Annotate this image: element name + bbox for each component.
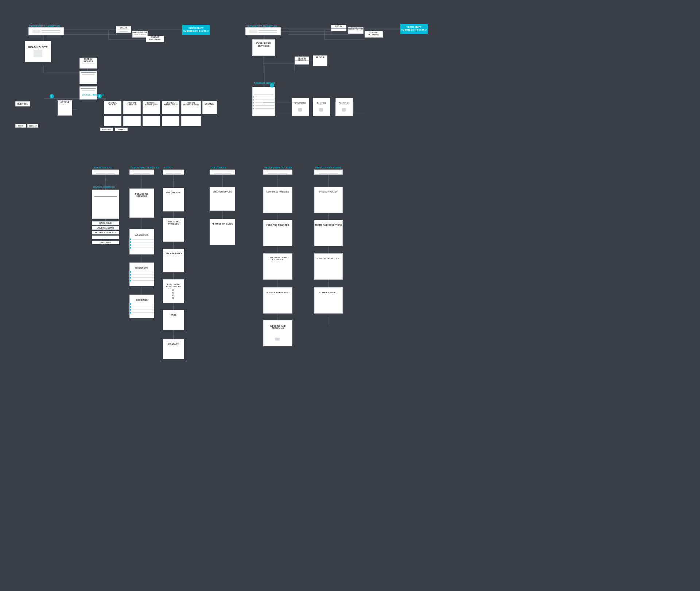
journal-homepage-bottom-label: JOURNAL HOMEPAGE (93, 186, 115, 188)
connector-lines (0, 0, 700, 591)
connector-lines-5 (0, 0, 700, 591)
publishing-process-node[interactable]: PUBLISHING PROCESS (163, 218, 184, 242)
copyright-notice-node[interactable]: COPYRIGHT NOTICE (314, 253, 343, 280)
j-nav-4[interactable]: ... (92, 236, 119, 239)
tl-registration-node[interactable]: REGISTRATION (132, 31, 148, 38)
journals-list-node[interactable] (92, 170, 119, 175)
resources-node[interactable] (210, 170, 235, 175)
tl-reading-site-node[interactable]: READING SITE (25, 41, 51, 62)
terms-conditions-node[interactable]: TERMS AND CONDITIONS (314, 220, 343, 246)
connector-lines-8 (0, 0, 700, 591)
badge-3: 1 (270, 83, 274, 88)
tr-societies-node[interactable]: Societies (313, 98, 330, 116)
tl-homepage-node[interactable] (28, 27, 64, 35)
tl-sub-node-5[interactable] (181, 116, 201, 126)
tr-universities-node[interactable]: Universities (292, 98, 309, 116)
journal-homepage-bottom-node[interactable] (92, 190, 119, 219)
academics-bottom-node[interactable]: ACADEMICS (129, 229, 154, 254)
resources-label: RESOURCES (211, 167, 226, 169)
journals-list-label: JOURNALS LIST (93, 167, 113, 169)
permission-guide-node[interactable]: PERMISSION GUIDE (210, 219, 235, 245)
tl-journal-list-1[interactable] (79, 71, 97, 84)
privacy-policy-node[interactable]: PRIVACY POLICY (314, 187, 343, 213)
tl-sub-node-4[interactable] (162, 116, 179, 126)
j-nav-1[interactable]: BACK ISSUE (92, 221, 119, 225)
contact-node[interactable]: CONTACT (163, 339, 184, 359)
tl-footer-3[interactable]: MORE INFO (100, 128, 113, 131)
tl-homepage-label: VERUSCRIPT HOMEPAGE (29, 25, 60, 27)
cookies-policy-node[interactable]: COOKIES POLICY (314, 287, 343, 314)
licence-agreement-node[interactable]: LICENCE AGREEMENT (263, 287, 292, 314)
tl-sub-node-3[interactable] (143, 116, 160, 126)
societies-bottom-node[interactable]: SOCIETIES (129, 295, 154, 318)
tr-homepage-node[interactable] (245, 27, 281, 35)
indexing-archiving-node[interactable]: INDEXING AND ARCHIVING (263, 320, 292, 346)
faqs-node[interactable]: FAQS (163, 310, 184, 330)
tl-footer-2[interactable]: CONTACT (27, 124, 38, 128)
publishing-services-bottom-label: PUBLISHING SERVICES (131, 167, 159, 169)
privacy-terms-label: PRIVACY AND TERMS (315, 167, 342, 169)
tl-journal-series-3[interactable]: JOURNALAuthors guide (143, 101, 160, 114)
tl-journal-series-5[interactable]: JOURNALReviewer & editor (181, 101, 201, 114)
fees-rewards-node[interactable]: FEES AND REWARDS (263, 220, 292, 246)
connector-lines-4 (0, 0, 700, 591)
connector-lines-3 (0, 0, 700, 591)
tr-homepage-label: VERUSCRIPT HOMEPAGE (246, 25, 277, 27)
tl-journal-series-6[interactable]: JOURNAL... (202, 101, 217, 114)
tl-sub-node-1[interactable] (104, 116, 121, 126)
our-approach-node[interactable]: OUR APPROACH (163, 249, 184, 272)
tr-submission-system-node[interactable]: VERUSCRIPT SUBMISSION SYSTEM (400, 24, 428, 34)
connector-lines-6 (0, 0, 700, 591)
tl-login-node[interactable]: LOG IN (116, 26, 131, 33)
veruscript-policies-label: VERUSCRIPT POLICIES (264, 167, 293, 169)
tr-article[interactable]: ARTICLE (313, 55, 327, 66)
tr-publishing-services-node[interactable]: PUBLISHING SERVICES (252, 39, 275, 56)
about-node[interactable] (163, 170, 184, 175)
copyright-licences-node[interactable]: COPYRIGHT AND LICENCES (263, 253, 292, 280)
tl-sub-node-2[interactable] (123, 116, 141, 126)
tl-journal-series-2[interactable]: JOURNALArticle list (123, 101, 141, 114)
publishing-assoc-node[interactable]: PUBLISHING ASSOCIATIONS (163, 279, 184, 303)
tl-footer-1[interactable]: ABOUT (15, 124, 26, 128)
connector-lines-2 (0, 0, 700, 591)
j-nav-3[interactable]: AUTHOR & REVIEWER (92, 231, 119, 234)
tl-journal-series-4[interactable]: JOURNALAuthor & editor (162, 101, 179, 114)
editorial-policies-node[interactable]: EDITORIAL POLICIES (263, 187, 292, 213)
citation-styles-node[interactable]: CITATION STYLES (210, 187, 235, 211)
badge-1: 1 (50, 94, 54, 98)
ps-page-node[interactable]: PUBLISHING SERVICES (129, 188, 154, 218)
j-nav-5[interactable]: INFO INFO (92, 241, 119, 244)
tr-search-results[interactable]: SEARCHRESULTS (295, 57, 309, 65)
tl-journal-list-2[interactable] (79, 86, 97, 100)
veruscript-policies-node[interactable] (263, 170, 292, 175)
connector-lines-7 (0, 0, 700, 591)
tl-footer-4[interactable]: DETAILS (115, 128, 128, 131)
badge-2: 2 (97, 94, 102, 98)
tr-academics-node[interactable]: Academics (335, 98, 353, 116)
privacy-terms-node[interactable] (314, 170, 343, 175)
tl-hub-tool[interactable]: HUB TOOL (15, 101, 30, 106)
tr-forgot-node[interactable]: FORGOT PASSWORD (365, 31, 383, 38)
who-we-are-node[interactable]: WHO WE ARE (163, 188, 184, 211)
tr-registration-node[interactable]: REGISTRATION (348, 27, 363, 34)
tr-ps-detail-node[interactable] (252, 87, 275, 116)
tl-article-node[interactable]: ARTICLE (58, 100, 72, 116)
j-nav-2[interactable]: JOURNAL ADMIN (92, 226, 119, 230)
tl-forgot-node[interactable]: FORGOT PASSWORD (146, 36, 164, 42)
publishing-services-bottom-node[interactable] (129, 170, 154, 175)
about-label: ABOUT (164, 167, 173, 169)
tl-submission-system-node[interactable]: VERUSCRIPT SUBMISSION SYSTEM (182, 25, 210, 35)
sitemap-container: VERUSCRIPT HOMEPAGE LOG IN REGISTRATION … (0, 0, 700, 591)
tl-journal-series-1[interactable]: JOURNALVol & iss (104, 101, 121, 114)
tr-login-node[interactable]: LOG IN (331, 25, 346, 31)
university-bottom-node[interactable]: UNIVERSITY (129, 263, 154, 286)
tl-search-results-node[interactable]: SEARCH RESULTS (79, 58, 97, 69)
